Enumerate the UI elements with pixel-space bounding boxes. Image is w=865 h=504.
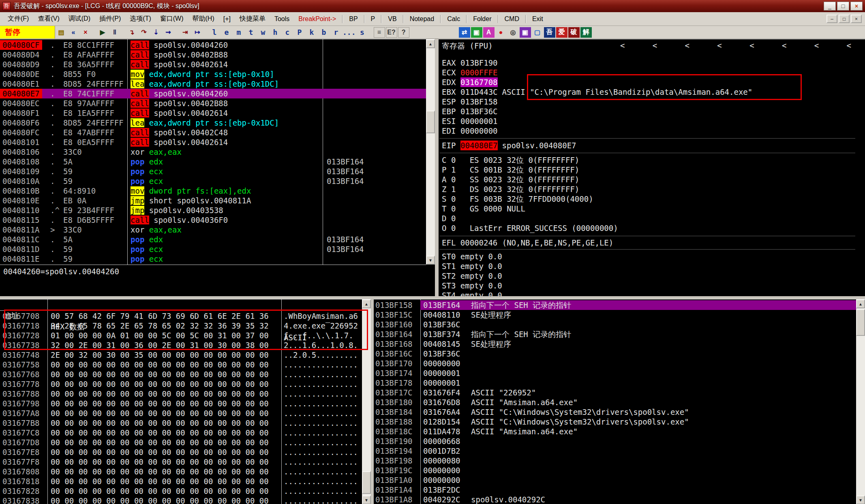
stack-row[interactable]: 013BF18C011DA478ASCII "Amsiman.a64.exe": [374, 427, 856, 436]
plugin-purple-button[interactable]: ▣: [520, 27, 531, 38]
run-button[interactable]: ▶: [97, 27, 108, 38]
dump-row[interactable]: 031677B800 00 00 00 00 00 00 00 00 00 00…: [0, 418, 362, 428]
restart-button[interactable]: «: [68, 27, 79, 38]
dump-row[interactable]: 0316778800 00 00 00 00 00 00 00 00 00 00…: [0, 389, 362, 399]
disasm-row[interactable]: 004080F1.E8 1EA5FFFFcall spo0lsv.0040261…: [0, 108, 426, 118]
options-button[interactable]: E?: [386, 27, 397, 38]
disasm-row[interactable]: 0040810E.EB 0Ajmp short spo0lsv.0040811A: [0, 196, 426, 205]
mdi-close-button[interactable]: ×: [851, 15, 862, 23]
menu-item-10[interactable]: BreakPoint->: [294, 15, 340, 23]
disasm-row[interactable]: 0040811C.5Apop edx013BF164: [0, 235, 426, 244]
scroll-thumb[interactable]: [426, 111, 435, 133]
dump-row[interactable]: 0316781800 00 00 00 00 00 00 00 00 00 00…: [0, 476, 362, 486]
fpu-register-row[interactable]: ST0 empty 0.0: [442, 252, 502, 261]
menu-item-6[interactable]: 帮助(H): [188, 15, 219, 23]
pause-button[interactable]: ‖: [109, 27, 120, 38]
dump-row[interactable]: 031677A800 00 00 00 00 00 00 00 00 00 00…: [0, 408, 362, 418]
plugin-swap-button[interactable]: ⇄: [459, 27, 470, 38]
menu-item-26[interactable]: Exit: [528, 15, 548, 23]
disasm-row[interactable]: 00408110.^E9 23B4FFFFjmp spo0lsv.0040353…: [0, 205, 426, 215]
plugin-monitor-button[interactable]: ▢: [532, 27, 543, 38]
scroll-thumb[interactable]: [856, 309, 865, 336]
menu-item-20[interactable]: Calc: [443, 15, 465, 23]
dump-row[interactable]: 0316776800 00 00 00 00 00 00 00 00 00 00…: [0, 369, 362, 379]
close-button[interactable]: ×: [850, 2, 863, 11]
disasm-row[interactable]: 00408108.5Apop edx013BF164: [0, 157, 426, 167]
goto-address-button[interactable]: ↦: [192, 27, 203, 38]
disasm-row[interactable]: 004080FC.E8 47ABFFFFcall spo0lsv.00402C4…: [0, 128, 426, 137]
fpu-register-row[interactable]: ST2 empty 0.0: [442, 271, 502, 281]
eip-register-row[interactable]: EIP 004080E7 spo0lsv.004080E7: [442, 141, 576, 150]
windows-window-button[interactable]: w: [257, 27, 269, 38]
wu-button[interactable]: 吾: [544, 27, 555, 38]
plugin-green-button[interactable]: ▣: [471, 27, 482, 38]
windows-list-button[interactable]: ≡: [374, 27, 385, 38]
menu-item-18[interactable]: Notepad: [405, 15, 439, 23]
handles-window-button[interactable]: h: [270, 27, 281, 38]
dump-row[interactable]: 0316770800 57 68 42 6F 79 41 6D 73 69 6D…: [0, 311, 362, 321]
menu-item-12[interactable]: BP: [345, 15, 362, 23]
menu-item-3[interactable]: 插件(P): [95, 15, 125, 23]
breakpoints-window-button[interactable]: b: [318, 27, 330, 38]
close-window-button[interactable]: ×: [80, 27, 91, 38]
menu-item-24[interactable]: CMD: [500, 15, 524, 23]
menu-item-5[interactable]: 窗口(W): [156, 15, 188, 23]
disasm-row[interactable]: 004080D4.E8 AFAAFFFFcall spo0lsv.00402B8…: [0, 50, 426, 60]
stack-row[interactable]: 013BF184031676A4ASCII "C:\Windows\System…: [374, 407, 856, 417]
stack-row[interactable]: 013BF1A4013BF2DC: [374, 485, 856, 495]
register-row[interactable]: ESI00000001: [442, 116, 752, 126]
mdi-restore-button[interactable]: □: [839, 15, 850, 23]
scroll-down-icon[interactable]: ▼: [362, 495, 371, 504]
stack-row[interactable]: 013BF19C00000000: [374, 466, 856, 475]
stack-row[interactable]: 013BF1940001D7B2: [374, 446, 856, 456]
help-button[interactable]: ?: [398, 27, 409, 38]
fpu-register-row[interactable]: ST3 empty 0.0: [442, 281, 502, 290]
stack-row[interactable]: 013BF1A000000000: [374, 475, 856, 485]
disasm-row[interactable]: 0040811D.59pop ecx013BF164: [0, 244, 426, 254]
dump-row[interactable]: 0316780800 00 00 00 00 00 00 00 00 00 00…: [0, 467, 362, 476]
disasm-row[interactable]: 00408106.33C0xor eax,eax: [0, 147, 426, 157]
flag-row[interactable]: A 0 SS 0023 32位 0(FFFFFFFF): [442, 175, 618, 184]
menu-item-9[interactable]: Tools: [270, 15, 294, 23]
stack-row[interactable]: 013BF180031676D8ASCII "Amsiman.a64.exe": [374, 397, 856, 407]
source-window-button[interactable]: s: [357, 27, 368, 38]
scroll-up-icon[interactable]: ▲: [426, 39, 435, 48]
flag-row[interactable]: Z 1 DS 0023 32位 0(FFFFFFFF): [442, 184, 618, 194]
execute-till-return-button[interactable]: ⇥: [180, 27, 191, 38]
dump-row[interactable]: 0316777800 00 00 00 00 00 00 00 00 00 00…: [0, 379, 362, 389]
stack-row[interactable]: 013BF17800000001: [374, 378, 856, 388]
menu-item-1[interactable]: 查看(V): [33, 15, 64, 23]
step-into-button[interactable]: ↴: [126, 27, 137, 38]
plugin-a-button[interactable]: A: [483, 27, 495, 38]
dump-row[interactable]: 0316773832 00 2E 00 31 00 36 00 2E 00 31…: [0, 340, 362, 350]
disasm-row[interactable]: 004080CF.E8 8CC1FFFFcall spo0lsv.0040426…: [0, 40, 426, 50]
menu-item-14[interactable]: P: [366, 15, 380, 23]
flag-row[interactable]: T 0 GS 0000 NULL: [442, 204, 618, 214]
flag-row[interactable]: O 0 LastErr ERROR_SUCCESS (00000000): [442, 223, 618, 233]
cpu-window-button[interactable]: c: [282, 27, 293, 38]
scroll-down-icon[interactable]: ▼: [856, 495, 865, 504]
flag-row[interactable]: C 0 ES 0023 32位 0(FFFFFFFF): [442, 155, 618, 165]
threads-window-button[interactable]: t: [245, 27, 257, 38]
plugin-record-button[interactable]: ●: [495, 27, 507, 38]
log-window-button[interactable]: l: [209, 27, 220, 38]
stack-row[interactable]: 013BF160013BF36C: [374, 320, 856, 329]
stack-row[interactable]: 013BF19000000668: [374, 436, 856, 446]
dump-row[interactable]: 031677482E 00 32 00 30 00 35 00 00 00 00…: [0, 350, 362, 360]
disasm-row[interactable]: 004080EC.E8 97AAFFFFcall spo0lsv.00402B8…: [0, 98, 426, 108]
menu-item-7[interactable]: [+]: [219, 15, 235, 23]
disasm-row[interactable]: 004080DE.8B55 F0mov edx,dword ptr ss:[eb…: [0, 69, 426, 79]
disasm-row[interactable]: 0040810A.59pop ecx013BF164: [0, 176, 426, 186]
disasm-row[interactable]: 004080E1.8D85 24FEFFFFlea eax,dword ptr …: [0, 79, 426, 89]
plugin-target-button[interactable]: ◎: [507, 27, 519, 38]
register-row[interactable]: EBX011D443CASCII "C:\Program Files\Bandi…: [442, 87, 752, 97]
menu-item-16[interactable]: VB: [383, 15, 401, 23]
stack-row[interactable]: 013BF17400000001: [374, 368, 856, 378]
patches-window-button[interactable]: P: [294, 27, 305, 38]
jie-button[interactable]: 解: [580, 27, 592, 38]
disasm-row[interactable]: 0040811E.59pop ecx: [0, 254, 426, 264]
scroll-thumb[interactable]: [362, 471, 371, 494]
executables-window-button[interactable]: e: [221, 27, 232, 38]
register-row[interactable]: ECX0000FFFE: [442, 68, 752, 77]
stack-row[interactable]: 013BF17C031676F4ASCII "226952": [374, 388, 856, 397]
